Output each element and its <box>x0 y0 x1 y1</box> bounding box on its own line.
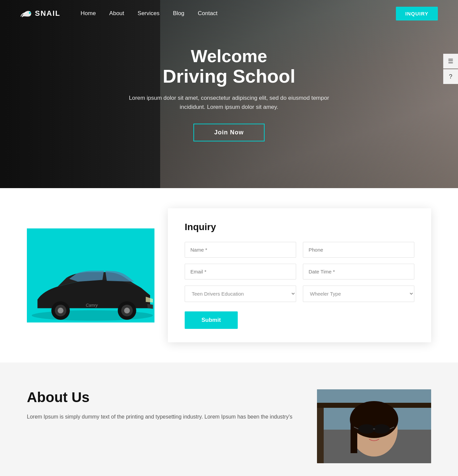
svg-rect-12 <box>317 403 324 463</box>
inquiry-nav-button[interactable]: INQUIRY <box>396 7 438 20</box>
nav-home[interactable]: Home <box>81 10 96 16</box>
svg-point-4 <box>58 308 63 313</box>
datetime-input[interactable] <box>303 264 414 279</box>
about-text-block: About Us Lorem Ipsum is simply dummy tex… <box>27 389 297 421</box>
svg-point-0 <box>29 12 31 14</box>
hero-content: Welcome Driving School Lorem ipsum dolor… <box>128 47 330 141</box>
about-description: Lorem Ipsum is simply dummy text of the … <box>27 412 297 421</box>
logo[interactable]: SNAIL <box>20 8 60 18</box>
menu-widget[interactable]: ☰ <box>443 54 458 69</box>
hero-title-school: Driving School <box>128 66 330 87</box>
car-image-box: Camry <box>27 228 154 322</box>
hero-title-welcome: Welcome <box>128 47 330 66</box>
logo-text: SNAIL <box>35 9 60 18</box>
inquiry-section: Camry Inquiry Teen Drivers Education Adu… <box>0 188 458 362</box>
course-select[interactable]: Teen Drivers Education Adult Education D… <box>185 286 296 302</box>
nav-about[interactable]: About <box>109 10 124 16</box>
help-widget[interactable]: ? <box>443 69 458 84</box>
inquiry-form-title: Inquiry <box>185 222 414 232</box>
phone-input[interactable] <box>303 242 414 258</box>
svg-point-17 <box>358 424 375 434</box>
wheeler-select[interactable]: Wheeler Type 2 Wheeler 4 Wheeler <box>303 286 414 302</box>
hero-section: Welcome Driving School Lorem ipsum dolor… <box>0 0 458 188</box>
help-circle-icon: ? <box>449 73 452 80</box>
form-row-email-datetime <box>185 264 414 279</box>
submit-button[interactable]: Submit <box>185 311 238 329</box>
about-photo-illustration <box>317 389 431 463</box>
form-row-name-phone <box>185 242 414 258</box>
side-widgets: ☰ ? <box>443 54 458 84</box>
car-illustration: Camry <box>20 262 165 326</box>
join-now-button[interactable]: Join Now <box>193 124 265 141</box>
about-image <box>317 389 431 463</box>
svg-point-7 <box>124 308 130 313</box>
svg-point-18 <box>373 424 390 434</box>
nav-services[interactable]: Services <box>138 10 159 16</box>
about-section: About Us Lorem Ipsum is simply dummy tex… <box>0 362 458 476</box>
menu-lines-icon: ☰ <box>448 57 453 65</box>
inquiry-form-box: Inquiry Teen Drivers Education Adult Edu… <box>168 208 431 342</box>
logo-icon <box>20 8 32 18</box>
nav-contact[interactable]: Contact <box>198 10 218 16</box>
nav-blog[interactable]: Blog <box>173 10 184 16</box>
hero-description: Lorem ipsum dolor sit amet, consectetur … <box>128 93 330 112</box>
email-input[interactable] <box>185 264 296 279</box>
about-title: About Us <box>27 389 297 405</box>
svg-text:Camry: Camry <box>86 303 98 308</box>
form-row-selects: Teen Drivers Education Adult Education D… <box>185 286 414 302</box>
name-input[interactable] <box>185 242 296 258</box>
svg-rect-16 <box>351 420 357 453</box>
